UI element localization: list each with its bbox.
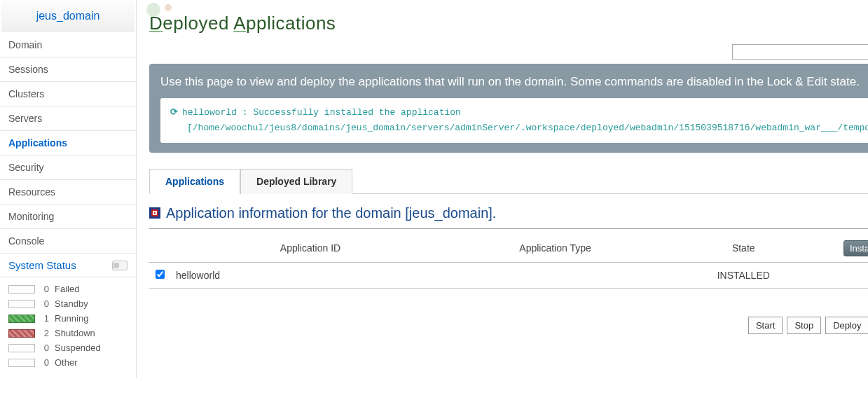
cell-state: INSTALLED — [660, 262, 827, 288]
status-toggle[interactable] — [112, 261, 128, 270]
row-checkbox[interactable] — [156, 270, 165, 279]
nav-console[interactable]: Console — [0, 229, 136, 254]
cell-app-type — [450, 262, 660, 288]
col-app-id: Application ID — [170, 235, 450, 263]
search-input[interactable] — [732, 44, 868, 60]
sync-icon: ⟳ — [170, 107, 178, 118]
tabs: Applications Deployed Library — [149, 168, 868, 194]
sidebar: jeus_domain Domain Sessions Clusters Ser… — [0, 0, 137, 378]
status-other: 0Other — [8, 355, 128, 370]
nav-monitoring[interactable]: Monitoring — [0, 205, 136, 229]
col-state: State — [660, 235, 827, 263]
system-status-header: System Status — [0, 254, 136, 277]
info-panel: Help ? Use this page to view and deploy … — [149, 64, 868, 153]
section-icon — [149, 207, 160, 219]
applications-table: Application ID Application Type State In… — [149, 235, 868, 289]
status-suspended: 0Suspended — [8, 340, 128, 355]
message-box: ⟳helloworld : Successfully installed the… — [160, 98, 868, 143]
nav-clusters[interactable]: Clusters — [0, 82, 136, 106]
status-list: 0Failed 0Standby 1Running 2Shutdown 0Sus… — [0, 277, 136, 378]
page-title: Deployed Applications — [149, 0, 868, 44]
table-row: helloworld INSTALLED — [149, 262, 868, 288]
tab-deployed-library[interactable]: Deployed Library — [240, 169, 352, 194]
info-text: Use this page to view and deploy the app… — [160, 74, 868, 91]
stop-button[interactable]: Stop — [787, 317, 821, 334]
status-shutdown: 2Shutdown — [8, 326, 128, 340]
nav-servers[interactable]: Servers — [0, 106, 136, 131]
main-content: HISTORY Deployed Applications XML Help — [137, 0, 868, 378]
status-failed: 0Failed — [8, 282, 128, 296]
nav-domain[interactable]: Domain — [0, 33, 136, 57]
nav-applications[interactable]: Applications — [0, 131, 136, 156]
system-status-label: System Status — [8, 259, 76, 271]
message-head: helloworld : Successfully installed the … — [182, 107, 461, 118]
start-button[interactable]: Start — [748, 317, 783, 334]
deploy-button[interactable]: Deploy — [825, 317, 868, 334]
message-body: [/home/woochul/jeus8/domains/jeus_domain… — [170, 120, 868, 136]
title-decoration — [146, 3, 172, 17]
bottom-actions: Start Stop Deploy Undeploy Uninstall — [149, 317, 868, 334]
cell-app-id: helloworld — [170, 262, 450, 288]
col-app-type: Application Type — [450, 235, 660, 263]
nav-resources[interactable]: Resources — [0, 180, 136, 205]
section-title: Application information for the domain [… — [149, 205, 868, 229]
tab-applications[interactable]: Applications — [149, 169, 240, 194]
section-title-text: Application information for the domain [… — [166, 205, 496, 221]
install-button[interactable]: Install — [843, 240, 868, 256]
nav-security[interactable]: Security — [0, 156, 136, 180]
col-check — [149, 235, 170, 263]
col-actions: Install Deploy Plan — [827, 235, 868, 263]
status-standby: 0Standby — [8, 296, 128, 311]
status-running: 1Running — [8, 311, 128, 326]
domain-name[interactable]: jeus_domain — [1, 1, 135, 32]
nav-sessions[interactable]: Sessions — [0, 57, 136, 82]
search-row: XML — [149, 44, 868, 60]
